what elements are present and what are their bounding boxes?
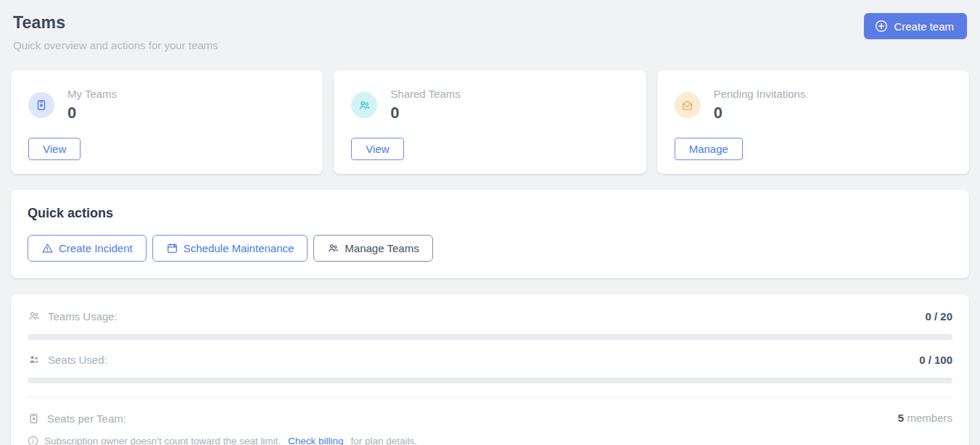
stat-card-pending-invitations: Pending Invitations 0 Manage bbox=[657, 70, 969, 174]
create-incident-label: Create Incident bbox=[59, 242, 133, 254]
seats-per-team-number: 5 bbox=[898, 412, 904, 424]
teams-usage-row: Teams Usage: 0 / 20 bbox=[28, 309, 952, 323]
seats-per-team-label-group: Seats per Team: bbox=[28, 412, 126, 425]
usage-card: Teams Usage: 0 / 20 Seats Used: 0 / 100 bbox=[11, 294, 969, 445]
shared-users-icon bbox=[351, 92, 377, 118]
stat-label: Shared Teams bbox=[390, 88, 460, 100]
page-title: Teams bbox=[13, 13, 218, 33]
quick-actions-row: Create Incident Schedule Maintenance Man… bbox=[28, 235, 952, 262]
quick-actions-card: Quick actions Create Incident Schedule M… bbox=[11, 190, 969, 278]
stat-top: Pending Invitations 0 bbox=[675, 88, 952, 122]
stat-text: My Teams 0 bbox=[67, 88, 117, 122]
note-text-after: for plan details. bbox=[351, 436, 418, 445]
stat-text: Shared Teams 0 bbox=[390, 88, 460, 122]
pending-invitations-manage-button[interactable]: Manage bbox=[675, 138, 743, 160]
seats-per-team-label: Seats per Team: bbox=[47, 412, 126, 425]
open-mail-icon bbox=[675, 92, 701, 118]
create-team-button[interactable]: Create team bbox=[864, 13, 967, 39]
warning-icon bbox=[41, 242, 54, 254]
stat-value: 0 bbox=[390, 104, 460, 122]
calendar-icon bbox=[166, 242, 178, 254]
stat-card-shared-teams: Shared Teams 0 View bbox=[334, 70, 646, 174]
stat-value: 0 bbox=[67, 104, 117, 122]
shared-teams-view-button[interactable]: View bbox=[351, 138, 403, 160]
manage-teams-button[interactable]: Manage Teams bbox=[313, 235, 432, 262]
stat-card-my-teams: My Teams 0 View bbox=[11, 70, 323, 174]
seat-limit-note: Subscription owner doesn't count toward … bbox=[28, 436, 952, 445]
info-icon bbox=[28, 436, 38, 445]
my-teams-view-button[interactable]: View bbox=[28, 138, 81, 160]
seats-per-team-row: Seats per Team: 5 members bbox=[28, 412, 952, 425]
create-team-label: Create team bbox=[894, 20, 954, 33]
teams-usage-progress bbox=[28, 334, 952, 340]
seats-per-team-value: 5 members bbox=[898, 412, 952, 425]
users-filled-icon bbox=[28, 353, 41, 366]
users-icon bbox=[327, 242, 339, 254]
teams-usage-label: Teams Usage: bbox=[48, 310, 118, 323]
stat-label: My Teams bbox=[67, 88, 117, 100]
stat-value: 0 bbox=[714, 104, 806, 122]
schedule-maintenance-label: Schedule Maintenance bbox=[184, 242, 295, 254]
check-billing-link[interactable]: Check billing bbox=[288, 436, 344, 445]
team-badge-icon bbox=[28, 92, 54, 118]
users-outline-icon bbox=[28, 309, 41, 323]
quick-actions-title: Quick actions bbox=[28, 206, 952, 221]
seats-used-row: Seats Used: 0 / 100 bbox=[28, 353, 952, 366]
stats-row: My Teams 0 View Shared Teams 0 View bbox=[11, 70, 969, 174]
seats-used-label: Seats Used: bbox=[48, 354, 107, 366]
manage-teams-label: Manage Teams bbox=[345, 242, 419, 254]
stat-top: My Teams 0 bbox=[28, 88, 305, 122]
teams-page: Teams Quick overview and actions for you… bbox=[0, 0, 980, 445]
page-header: Teams Quick overview and actions for you… bbox=[11, 11, 969, 51]
teams-usage-value: 0 / 20 bbox=[925, 310, 952, 323]
plus-circle-icon bbox=[875, 20, 888, 33]
page-header-titles: Teams Quick overview and actions for you… bbox=[13, 13, 218, 51]
stat-label: Pending Invitations bbox=[714, 88, 806, 100]
stat-top: Shared Teams 0 bbox=[351, 88, 628, 122]
page-subtitle: Quick overview and actions for your team… bbox=[13, 39, 218, 51]
seats-used-label-group: Seats Used: bbox=[28, 353, 107, 366]
schedule-maintenance-button[interactable]: Schedule Maintenance bbox=[152, 235, 308, 262]
seats-used-progress bbox=[28, 378, 952, 383]
create-incident-button[interactable]: Create Incident bbox=[28, 235, 147, 262]
seats-used-value: 0 / 100 bbox=[919, 354, 952, 366]
note-text-before: Subscription owner doesn't count toward … bbox=[44, 436, 281, 445]
stat-text: Pending Invitations 0 bbox=[714, 88, 806, 122]
usage-divider bbox=[28, 396, 952, 397]
teams-usage-label-group: Teams Usage: bbox=[28, 309, 118, 323]
seats-per-team-unit: members bbox=[907, 412, 952, 424]
badge-icon bbox=[28, 412, 40, 425]
